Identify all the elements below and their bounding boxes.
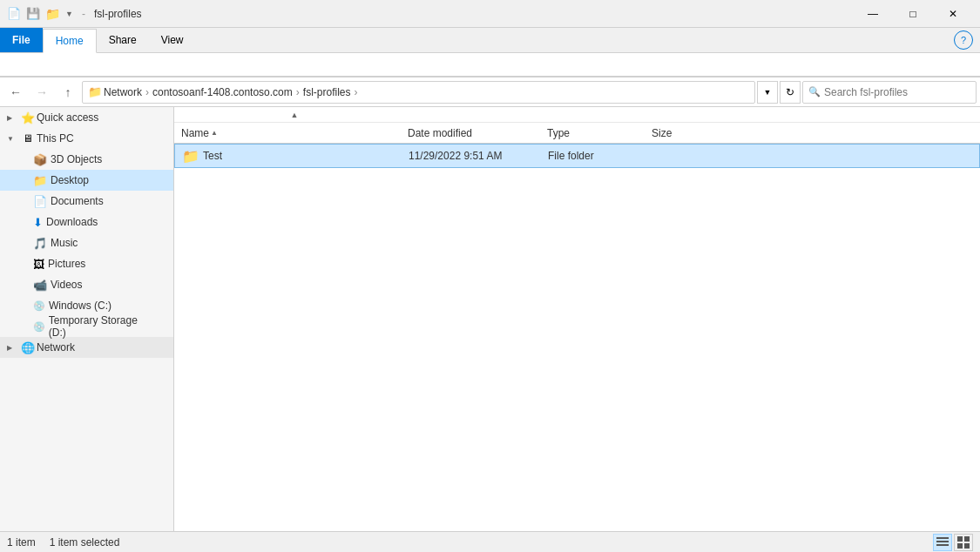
breadcrumb-sep-2: › (296, 86, 300, 98)
breadcrumb-folder-icon: 📁 (88, 85, 102, 98)
music-icon: 🎵 (33, 237, 47, 250)
sidebar-item-label: Windows (C:) (49, 300, 112, 312)
main-area: ▶ ⭐ Quick access ▼ 🖥 This PC 📦 3D Object… (0, 107, 980, 531)
breadcrumb-current[interactable]: fsl-profiles (303, 86, 351, 98)
tab-share[interactable]: Share (97, 28, 149, 52)
quick-access-icon: ⭐ (21, 111, 35, 125)
tab-view[interactable]: View (149, 28, 196, 52)
this-pc-icon: 🖥 (21, 131, 35, 145)
title-text: fsl-profiles (94, 8, 142, 20)
svg-rect-6 (964, 543, 970, 549)
nav-forward-button[interactable]: → (30, 80, 54, 104)
nav-bar: ← → ↑ 📁 Network › contosoanf-1408.contos… (0, 77, 980, 107)
sidebar-item-temp-storage[interactable]: 💿 Temporary Storage (D:) (0, 316, 173, 337)
sidebar: ▶ ⭐ Quick access ▼ 🖥 This PC 📦 3D Object… (0, 107, 174, 531)
svg-rect-0 (936, 537, 949, 539)
sidebar-item-label: Network (37, 341, 75, 353)
search-icon: 🔍 (808, 86, 821, 98)
pictures-icon: 🖼 (33, 258, 44, 271)
status-item-count: 1 item (7, 536, 36, 549)
help-button[interactable]: ? (954, 30, 973, 50)
sort-arrow-up: ▲ (291, 111, 299, 119)
sidebar-item-label: Temporary Storage (D:) (49, 314, 156, 339)
title-bar: 📄 💾 📁 ▼ - fsl-profiles — □ ✕ (0, 0, 980, 28)
search-box[interactable]: 🔍 (802, 81, 977, 104)
temp-storage-icon: 💿 (33, 321, 45, 333)
breadcrumb-server[interactable]: contosoanf-1408.contoso.com (152, 86, 293, 98)
table-row[interactable]: 📁 Test 11/29/2022 9:51 AM File folder (174, 144, 980, 168)
file-list: 📁 Test 11/29/2022 9:51 AM File folder (174, 144, 980, 531)
column-headers: Name ▲ Date modified Type Size (174, 123, 980, 144)
title-save-icon: 💾 (26, 7, 40, 20)
file-type-cell: File folder (548, 150, 652, 162)
maximize-button[interactable]: □ (893, 0, 933, 28)
sidebar-item-documents[interactable]: 📄 Documents (0, 191, 173, 212)
large-icons-view-button[interactable] (954, 534, 973, 551)
sidebar-item-pictures[interactable]: 🖼 Pictures (0, 253, 173, 274)
title-dropdown-icon: ▼ (65, 10, 73, 18)
status-selected-count: 1 item selected (50, 536, 120, 549)
svg-rect-1 (936, 541, 949, 542)
sidebar-item-label: Documents (51, 195, 104, 207)
svg-rect-4 (964, 536, 970, 542)
videos-icon: 📹 (33, 279, 47, 292)
sidebar-item-label: 3D Objects (51, 153, 102, 165)
search-input[interactable] (824, 86, 970, 98)
sidebar-item-label: This PC (37, 132, 74, 145)
sidebar-item-label: Downloads (46, 216, 98, 228)
file-date-cell: 11/29/2022 9:51 AM (409, 150, 548, 162)
sidebar-item-downloads[interactable]: ⬇ Downloads (0, 212, 173, 232)
expand-icon: ▶ (7, 114, 19, 122)
documents-icon: 📄 (33, 195, 47, 208)
content-area: ▲ Name ▲ Date modified Type Size (174, 107, 980, 531)
3d-objects-icon: 📦 (33, 153, 47, 166)
sort-row: ▲ (174, 107, 980, 123)
details-view-icon (936, 536, 949, 549)
sidebar-item-this-pc[interactable]: ▼ 🖥 This PC (0, 128, 173, 149)
sidebar-item-label: Desktop (51, 174, 89, 186)
title-folder-icon: 📁 (45, 7, 60, 21)
sidebar-item-label: Music (51, 237, 78, 249)
details-view-button[interactable] (933, 534, 952, 551)
col-header-type[interactable]: Type (547, 127, 652, 139)
close-button[interactable]: ✕ (933, 0, 973, 28)
col-header-name[interactable]: Name ▲ (181, 127, 408, 139)
svg-rect-5 (957, 543, 963, 549)
sidebar-item-videos[interactable]: 📹 Videos (0, 274, 173, 295)
view-controls (933, 534, 973, 551)
sidebar-item-windows-c[interactable]: 💿 Windows (C:) (0, 295, 173, 316)
sidebar-item-quick-access[interactable]: ▶ ⭐ Quick access (0, 107, 173, 128)
status-bar: 1 item 1 item selected (0, 531, 980, 552)
tab-file[interactable]: File (0, 28, 43, 52)
file-name-cell: Test (203, 150, 222, 162)
sidebar-item-desktop[interactable]: 📁 Desktop (0, 170, 173, 191)
expand-icon: ▼ (7, 135, 19, 143)
col-name-label: Name (181, 127, 209, 139)
folder-file-icon: 📁 (182, 148, 199, 165)
windows-c-icon: 💿 (33, 300, 45, 312)
svg-rect-3 (957, 536, 963, 542)
sidebar-item-label: Quick access (37, 111, 98, 124)
refresh-button[interactable]: ↻ (780, 81, 801, 104)
col-header-size[interactable]: Size (652, 127, 721, 139)
sidebar-item-music[interactable]: 🎵 Music (0, 232, 173, 253)
col-header-date[interactable]: Date modified (408, 127, 547, 139)
sidebar-item-3d-objects[interactable]: 📦 3D Objects (0, 149, 173, 170)
sidebar-item-label: Videos (51, 279, 82, 291)
minimize-button[interactable]: — (853, 0, 893, 28)
breadcrumb-network[interactable]: Network (104, 86, 142, 98)
large-icons-view-icon (957, 536, 970, 549)
downloads-icon: ⬇ (33, 216, 43, 229)
breadcrumb-sep-3: › (354, 86, 357, 98)
address-bar[interactable]: 📁 Network › contosoanf-1408.contoso.com … (82, 81, 755, 104)
svg-rect-2 (936, 544, 949, 546)
tab-home[interactable]: Home (43, 29, 97, 53)
sidebar-item-label: Pictures (48, 258, 85, 270)
expand-icon: ▶ (7, 344, 19, 352)
title-separator: - (82, 8, 85, 20)
sidebar-item-network[interactable]: ▶ 🌐 Network (0, 337, 173, 358)
address-dropdown-button[interactable]: ▼ (757, 81, 778, 104)
nav-back-button[interactable]: ← (3, 80, 28, 104)
col-name-sort-icon: ▲ (211, 129, 218, 137)
nav-up-button[interactable]: ↑ (56, 80, 80, 104)
